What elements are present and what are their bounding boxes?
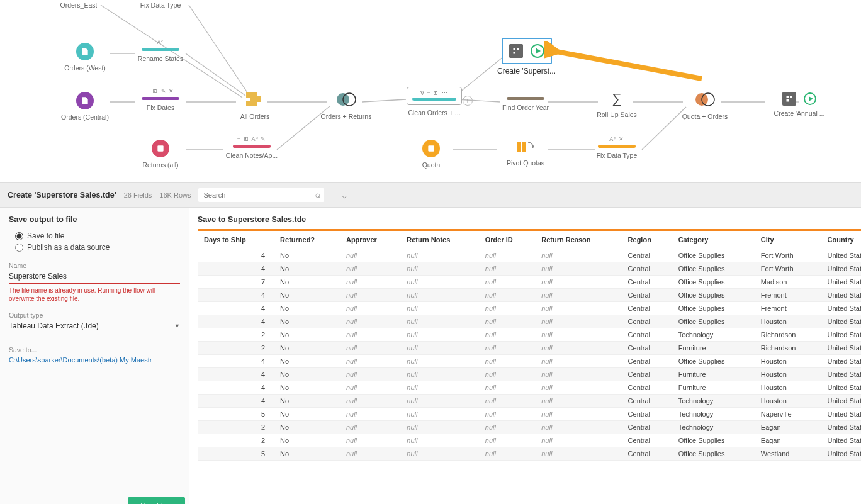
node-create-superstore[interactable]: Create 'Superst... [497,38,556,76]
node-pivot-quotas[interactable]: Pivot Quotas [497,140,554,167]
table-row[interactable]: 4NonullnullnullnullCentralFurnitureHoust… [198,381,861,395]
cell: Central [622,289,672,302]
node-create-annual[interactable]: Create 'Annual ... [762,92,837,117]
table-body: 4NonullnullnullnullCentralOffice Supplie… [198,249,861,461]
node-orders-east[interactable]: Orders_East [50,0,107,9]
table-row[interactable]: 2NonullnullnullnullCentralTechnologyRich… [198,328,861,342]
col-header[interactable]: Region [622,231,672,249]
table-row[interactable]: 5NonullnullnullnullCentralOffice Supplie… [198,447,861,461]
col-header[interactable]: Return Reason [535,231,621,249]
radio-input[interactable] [15,232,23,240]
col-header[interactable]: Order ID [479,231,535,249]
cell: null [340,249,400,262]
node-all-orders[interactable]: All Orders [227,92,283,120]
table-row[interactable]: 2NonullnullnullnullCentralOffice Supplie… [198,434,861,447]
col-header[interactable]: Days to Ship [198,231,274,249]
cell: null [479,276,535,289]
cell: null [340,421,400,434]
cell: United States [821,368,861,381]
node-roll-up-sales[interactable]: ∑ Roll Up Sales [588,91,645,118]
node-quota-orders[interactable]: Quota + Orders [677,92,733,120]
node-returns-all[interactable]: Returns (all) [132,140,189,169]
table-row[interactable]: 4NonullnullnullnullCentralOffice Supplie… [198,289,861,302]
cell: No [274,289,340,302]
run-icon[interactable] [804,92,816,105]
table-row[interactable]: 4NonullnullnullnullCentralOffice Supplie… [198,249,861,262]
cell: United States [821,276,861,289]
sidebar-heading: Save output to file [9,215,180,224]
cell: United States [821,381,861,395]
node-orders-central[interactable]: Orders (Central) [57,92,113,121]
cell: null [535,381,621,395]
table-row[interactable]: 4NonullnullnullnullCentralOffice Supplie… [198,355,861,368]
node-quota[interactable]: Quota [403,140,459,169]
cell: null [535,262,621,276]
node-orders-returns[interactable]: Orders + Returns [318,92,374,120]
table-row[interactable]: 2NonullnullnullnullCentralFurnitureRicha… [198,342,861,355]
collapse-chevron-icon[interactable]: ⌵ [342,190,347,200]
cell: Houston [755,315,821,328]
radio-input[interactable] [15,244,23,252]
cell: null [340,342,400,355]
run-icon[interactable] [531,44,544,58]
cell: 4 [198,262,274,276]
node-clean-orders[interactable]: ∇ = 🗓 ⋯ Clean Orders + ... [403,87,466,116]
cell: 2 [198,328,274,342]
node-fix-data-type[interactable]: Fix Data Type [132,0,189,9]
cell: null [479,315,535,328]
svg-rect-27 [790,96,792,99]
cell: Central [622,434,672,447]
cell: No [274,276,340,289]
cell: null [400,447,479,461]
cell: null [400,276,479,289]
col-header[interactable]: Return Notes [400,231,479,249]
table-row[interactable]: 4NonullnullnullnullCentralOffice Supplie… [198,262,861,276]
svg-rect-28 [787,99,789,102]
node-fix-data-type-2[interactable]: Aᶜ ✕ Fix Data Type [588,136,645,159]
svg-rect-35 [517,142,521,152]
table-row[interactable]: 7NonullnullnullnullCentralOffice Supplie… [198,276,861,289]
selected-output-box[interactable] [502,38,552,64]
table-row[interactable]: 5NonullnullnullnullCentralTechnologyNape… [198,408,861,421]
cell: United States [821,408,861,421]
node-label: Clean Orders + ... [408,109,460,116]
cell: null [340,262,400,276]
search-input[interactable] [198,188,324,202]
table-row[interactable]: 4NonullnullnullnullCentralTechnologyHous… [198,395,861,408]
node-fix-dates[interactable]: = 🗓 ✎ ✕ Fix Dates [132,88,189,111]
run-flow-button[interactable]: Run Flow [128,497,185,504]
cell: No [274,355,340,368]
cell: 4 [198,249,274,262]
node-rename-states[interactable]: Aᶜ Rename States [132,39,189,62]
output-icon [509,44,523,58]
table-row[interactable]: 4NonullnullnullnullCentralOffice Supplie… [198,315,861,328]
node-orders-west[interactable]: Orders (West) [57,43,113,72]
col-header[interactable]: Category [672,231,755,249]
col-header[interactable]: Returned? [274,231,340,249]
name-input[interactable] [9,269,180,284]
fields-count: 26 Fields [124,191,152,199]
union-icon [246,92,264,109]
callout-arrow [544,41,708,91]
radio-save-file[interactable]: Save to file [9,230,180,242]
save-to-path[interactable]: C:\Users\sparker\Documents\(beta) My Mae… [9,356,180,364]
col-header[interactable]: Country [821,231,861,249]
node-find-order-year[interactable]: = Find Order Year [497,88,554,111]
cell: null [535,328,621,342]
output-type-select[interactable]: Tableau Data Extract (.tde) [9,319,180,333]
cell: 4 [198,302,274,315]
col-header[interactable]: City [755,231,821,249]
cell: null [400,249,479,262]
flow-canvas[interactable]: Orders_East Fix Data Type Orders (West) … [0,0,861,182]
cell: null [340,368,400,381]
cell: null [400,421,479,434]
col-header[interactable]: Approver [340,231,400,249]
cell: Eagan [755,421,821,434]
add-step-button[interactable]: + [463,96,473,106]
table-row[interactable]: 2NonullnullnullnullCentralTechnologyEaga… [198,421,861,434]
node-clean-notes[interactable]: = 🗓 Aᶜ ✎ Clean Notes/Ap... [223,136,280,159]
table-row[interactable]: 4NonullnullnullnullCentralFurnitureHoust… [198,368,861,381]
radio-publish[interactable]: Publish as a data source [9,242,180,253]
table-row[interactable]: 4NonullnullnullnullCentralOffice Supplie… [198,302,861,315]
svg-rect-30 [517,48,519,51]
